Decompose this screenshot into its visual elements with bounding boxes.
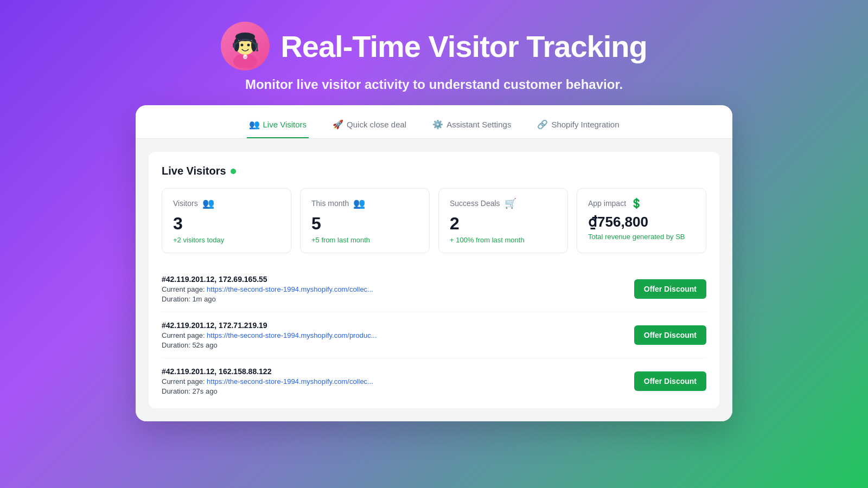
live-visitors-section: Live Visitors Visitors 👥 3 +2 visitors t… <box>149 152 719 408</box>
thismonth-value: 5 <box>311 214 418 234</box>
thismonth-change: +5 from last month <box>311 236 418 244</box>
live-indicator <box>231 169 236 174</box>
shopify-icon: 🔗 <box>537 119 548 130</box>
visitor-ip-3: #42.119.201.12, 162.158.88.122 <box>162 367 373 376</box>
content-area: Live Visitors Visitors 👥 3 +2 visitors t… <box>136 139 732 421</box>
tab-assistant-settings[interactable]: ⚙️ Assistant Settings <box>430 114 513 138</box>
tab-live-visitors[interactable]: 👥 Live Visitors <box>247 114 309 138</box>
svg-point-5 <box>241 44 244 47</box>
quick-close-icon: 🚀 <box>333 119 343 130</box>
visitor-duration-1: Duration: 1m ago <box>162 295 373 303</box>
assistant-settings-icon: ⚙️ <box>432 119 443 130</box>
thismonth-label: This month <box>311 199 349 208</box>
deals-label: Success Deals <box>450 199 500 208</box>
appimpact-value: ₫756,800 <box>588 214 695 230</box>
svg-point-6 <box>247 44 250 47</box>
page-subtitle: Monitor live visitor activity to underst… <box>245 77 623 92</box>
visitor-ip-2: #42.119.201.12, 172.71.219.19 <box>162 321 376 330</box>
stats-row: Visitors 👥 3 +2 visitors today This mont… <box>162 188 706 253</box>
visitor-page-url-3[interactable]: https://the-second-store-1994.myshopify.… <box>207 377 373 386</box>
svg-point-10 <box>256 49 258 52</box>
visitor-row: #42.119.201.12, 172.71.219.19 Current pa… <box>162 312 706 358</box>
avatar: SB <box>221 22 270 70</box>
visitors-label: Visitors <box>173 199 198 208</box>
svg-rect-7 <box>233 43 235 48</box>
visitors-icon: 👥 <box>202 197 214 209</box>
visitor-duration-2: Duration: 52s ago <box>162 341 376 349</box>
visitors-change: +2 visitors today <box>173 236 280 244</box>
visitor-info-1: #42.119.201.12, 172.69.165.55 Current pa… <box>162 275 373 303</box>
main-card: 👥 Live Visitors 🚀 Quick close deal ⚙️ As… <box>136 105 732 421</box>
deals-icon: 🛒 <box>505 197 516 209</box>
page-header: SB Real-Time Visitor Tracking Monitor li… <box>0 0 868 105</box>
offer-discount-button-2[interactable]: Offer Discount <box>634 325 706 345</box>
tab-shopify-integration[interactable]: 🔗 Shopify Integration <box>535 114 621 138</box>
section-title: Live Visitors <box>162 165 226 177</box>
tab-bar: 👥 Live Visitors 🚀 Quick close deal ⚙️ As… <box>136 105 732 139</box>
visitor-page-label-1: Current page: https://the-second-store-1… <box>162 285 373 293</box>
visitor-page-label-3: Current page: https://the-second-store-1… <box>162 377 373 386</box>
svg-text:SB: SB <box>243 56 247 59</box>
visitors-value: 3 <box>173 214 280 234</box>
stat-card-appimpact: App impact 💲 ₫756,800 Total revenue gene… <box>577 188 706 253</box>
visitor-list: #42.119.201.12, 172.69.165.55 Current pa… <box>162 266 706 395</box>
appimpact-label: App impact <box>588 199 626 208</box>
offer-discount-button-1[interactable]: Offer Discount <box>634 279 706 299</box>
live-visitors-icon: 👥 <box>249 119 260 130</box>
section-header: Live Visitors <box>162 165 706 177</box>
thismonth-icon: 👥 <box>353 197 365 209</box>
visitor-info-3: #42.119.201.12, 162.158.88.122 Current p… <box>162 367 373 395</box>
visitor-row: #42.119.201.12, 162.158.88.122 Current p… <box>162 358 706 395</box>
stat-card-thismonth: This month 👥 5 +5 from last month <box>300 188 430 253</box>
visitor-page-url-2[interactable]: https://the-second-store-1994.myshopify.… <box>207 331 376 339</box>
visitor-page-url-1[interactable]: https://the-second-store-1994.myshopify.… <box>207 285 373 293</box>
visitor-info-2: #42.119.201.12, 172.71.219.19 Current pa… <box>162 321 376 349</box>
deals-change: + 100% from last month <box>450 236 557 244</box>
stat-card-visitors: Visitors 👥 3 +2 visitors today <box>162 188 291 253</box>
visitor-ip-1: #42.119.201.12, 172.69.165.55 <box>162 275 373 284</box>
page-title: Real-Time Visitor Tracking <box>280 29 647 64</box>
offer-discount-button-3[interactable]: Offer Discount <box>634 371 706 391</box>
visitor-duration-3: Duration: 27s ago <box>162 387 373 395</box>
stat-card-deals: Success Deals 🛒 2 + 100% from last month <box>438 188 568 253</box>
visitor-row: #42.119.201.12, 172.69.165.55 Current pa… <box>162 266 706 312</box>
appimpact-icon: 💲 <box>630 197 642 209</box>
tab-quick-close[interactable]: 🚀 Quick close deal <box>330 114 409 138</box>
appimpact-change: Total revenue generated by SB <box>588 233 695 241</box>
visitor-page-label-2: Current page: https://the-second-store-1… <box>162 331 376 339</box>
deals-value: 2 <box>450 214 557 234</box>
